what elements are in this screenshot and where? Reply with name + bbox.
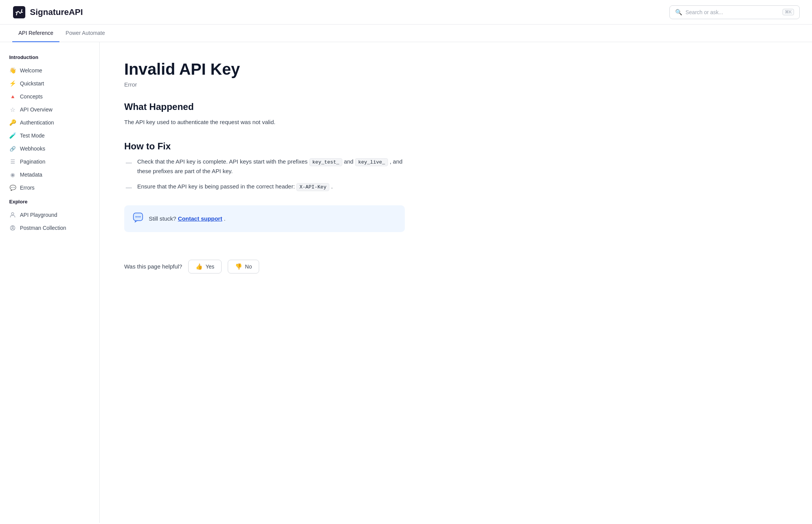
bullet-2-text-before: Ensure that the API key is being passed … [137,183,296,190]
page-subtitle: Error [124,81,405,88]
feedback-yes-button[interactable]: 👍 Yes [188,260,222,273]
code-x-api-key: X-API-Key [296,183,329,191]
bullet-dash-1: — [126,158,132,168]
svg-point-7 [140,216,141,217]
webhooks-icon: 🔗 [9,145,16,152]
sidebar-label-test-mode: Test Mode [20,133,45,139]
sidebar-label-errors: Errors [20,185,35,191]
support-suffix: . [224,215,225,222]
svg-point-6 [138,216,139,217]
sidebar-item-metadata[interactable]: ◉ Metadata [0,168,99,181]
sidebar-label-pagination: Pagination [20,159,45,165]
sidebar-label-api-playground: API Playground [20,212,57,218]
sidebar-item-api-playground[interactable]: API Playground [0,208,99,221]
sidebar-label-concepts: Concepts [20,93,43,100]
section-body-what-happened: The API key used to authenticate the req… [124,118,405,127]
sidebar-item-webhooks[interactable]: 🔗 Webhooks [0,142,99,155]
search-bar[interactable]: 🔍 Search or ask... ⌘K [669,5,800,19]
sidebar-label-webhooks: Webhooks [20,146,45,152]
sidebar-label-api-overview: API Overview [20,106,53,113]
sidebar-item-welcome[interactable]: 👋 Welcome [0,64,99,77]
sidebar: Introduction 👋 Welcome ⚡ Quickstart 🔺 Co… [0,42,100,523]
sidebar-label-metadata: Metadata [20,172,42,178]
sidebar-label-welcome: Welcome [20,67,42,74]
sidebar-item-postman[interactable]: Postman Collection [0,221,99,234]
tab-power-automate[interactable]: Power Automate [59,25,111,42]
support-box: Still stuck? Contact support . [124,205,405,232]
list-item-header-check: — Ensure that the API key is being passe… [124,182,405,193]
svg-point-1 [12,213,14,215]
sidebar-item-authentication[interactable]: 🔑 Authentication [0,116,99,129]
postman-icon [9,224,16,231]
tab-api-reference[interactable]: API Reference [12,25,59,42]
section-heading-how-to-fix: How to Fix [124,141,405,152]
search-kbd: ⌘K [782,9,794,15]
sidebar-item-errors[interactable]: 💬 Errors [0,181,99,194]
sidebar-section-explore: Explore [0,199,99,208]
tab-bar: API Reference Power Automate [0,25,812,42]
sidebar-item-test-mode[interactable]: 🧪 Test Mode [0,129,99,142]
feedback-row: Was this page helpful? 👍 Yes 👎 No [124,251,405,273]
bullet-2-text-after: . [331,183,333,190]
search-icon: 🔍 [675,9,682,16]
code-key-test: key_test_ [309,158,342,166]
layout: Introduction 👋 Welcome ⚡ Quickstart 🔺 Co… [0,42,812,523]
sidebar-section-introduction: Introduction [0,54,99,64]
sidebar-item-api-overview[interactable]: ☆ API Overview [0,103,99,116]
brand-name: SignatureAPI [30,7,83,17]
bullet-1-text-before: Check that the API key is complete. API … [137,158,309,165]
svg-point-5 [136,216,137,217]
thumbs-up-icon: 👍 [196,263,203,270]
feedback-yes-label: Yes [205,264,214,270]
sidebar-item-pagination[interactable]: ☰ Pagination [0,155,99,168]
errors-icon: 💬 [9,184,16,191]
sidebar-label-authentication: Authentication [20,120,54,126]
feedback-no-label: No [245,264,252,270]
support-text: Still stuck? Contact support . [149,215,225,222]
support-chat-icon [133,212,143,225]
bullet-dash-2: — [126,183,132,193]
thumbs-down-icon: 👎 [235,263,242,270]
bullet-text-2: Ensure that the API key is being passed … [137,182,333,192]
test-mode-icon: 🧪 [9,132,16,139]
sidebar-label-quickstart: Quickstart [20,80,44,87]
authentication-icon: 🔑 [9,119,16,126]
sidebar-item-concepts[interactable]: 🔺 Concepts [0,90,99,103]
svg-point-3 [12,226,13,228]
metadata-icon: ◉ [9,171,16,178]
pagination-icon: ☰ [9,158,16,165]
api-playground-icon [9,211,16,218]
feedback-no-button[interactable]: 👎 No [228,260,259,273]
top-nav: SignatureAPI 🔍 Search or ask... ⌘K [0,0,812,25]
logo[interactable]: SignatureAPI [12,5,83,19]
page-title: Invalid API Key [124,61,405,78]
api-overview-icon: ☆ [9,106,16,113]
logo-icon [12,5,26,19]
search-placeholder: Search or ask... [685,9,723,15]
feedback-label: Was this page helpful? [124,263,182,270]
bullet-text-1: Check that the API key is complete. API … [137,157,405,176]
bullet-1-text-middle: and [344,158,355,165]
quickstart-icon: ⚡ [9,80,16,87]
support-prefix: Still stuck? [149,215,176,222]
code-key-live: key_live_ [355,158,388,166]
sidebar-label-postman: Postman Collection [20,225,66,231]
sidebar-item-quickstart[interactable]: ⚡ Quickstart [0,77,99,90]
main-content: Invalid API Key Error What Happened The … [100,42,429,523]
section-heading-what-happened: What Happened [124,102,405,112]
how-to-fix-list: — Check that the API key is complete. AP… [124,157,405,193]
welcome-icon: 👋 [9,67,16,74]
concepts-icon: 🔺 [9,93,16,100]
contact-support-link[interactable]: Contact support [178,215,222,222]
list-item-prefix-check: — Check that the API key is complete. AP… [124,157,405,176]
